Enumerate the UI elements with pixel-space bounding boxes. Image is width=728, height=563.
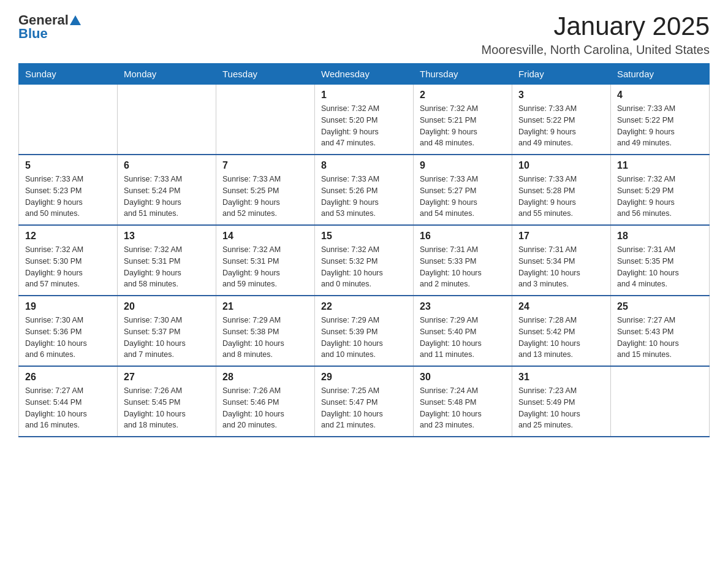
day-info: Sunrise: 7:33 AMSunset: 5:27 PMDaylight:… xyxy=(420,174,506,220)
day-number: 21 xyxy=(222,301,308,312)
day-number: 11 xyxy=(617,160,703,171)
calendar-header-cell: Sunday xyxy=(19,64,118,85)
day-number: 20 xyxy=(124,301,210,312)
calendar-day-cell xyxy=(611,366,710,437)
calendar-day-cell: 2Sunrise: 7:32 AMSunset: 5:21 PMDaylight… xyxy=(414,85,512,155)
day-number: 31 xyxy=(518,372,604,383)
calendar-day-cell: 31Sunrise: 7:23 AMSunset: 5:49 PMDayligh… xyxy=(512,366,611,437)
calendar-day-cell: 8Sunrise: 7:33 AMSunset: 5:26 PMDaylight… xyxy=(315,155,414,225)
day-info: Sunrise: 7:33 AMSunset: 5:25 PMDaylight:… xyxy=(222,174,308,220)
day-info: Sunrise: 7:26 AMSunset: 5:45 PMDaylight:… xyxy=(124,385,210,431)
day-info: Sunrise: 7:33 AMSunset: 5:22 PMDaylight:… xyxy=(518,103,604,149)
calendar-day-cell: 12Sunrise: 7:32 AMSunset: 5:30 PMDayligh… xyxy=(19,225,118,296)
calendar-day-cell xyxy=(118,85,216,155)
calendar-header-cell: Tuesday xyxy=(216,64,315,85)
calendar-header-row: SundayMondayTuesdayWednesdayThursdayFrid… xyxy=(19,64,710,85)
page-header: General Blue January 2025 Mooresville, N… xyxy=(18,12,710,57)
calendar-day-cell: 27Sunrise: 7:26 AMSunset: 5:45 PMDayligh… xyxy=(118,366,216,437)
calendar-day-cell: 1Sunrise: 7:32 AMSunset: 5:20 PMDaylight… xyxy=(315,85,414,155)
day-info: Sunrise: 7:23 AMSunset: 5:49 PMDaylight:… xyxy=(518,385,604,431)
calendar-day-cell: 29Sunrise: 7:25 AMSunset: 5:47 PMDayligh… xyxy=(315,366,414,437)
day-info: Sunrise: 7:29 AMSunset: 5:39 PMDaylight:… xyxy=(321,315,407,361)
calendar-day-cell: 18Sunrise: 7:31 AMSunset: 5:35 PMDayligh… xyxy=(611,225,710,296)
day-number: 16 xyxy=(420,231,506,242)
calendar-week-row: 5Sunrise: 7:33 AMSunset: 5:23 PMDaylight… xyxy=(19,155,710,225)
day-number: 22 xyxy=(321,301,407,312)
day-info: Sunrise: 7:32 AMSunset: 5:32 PMDaylight:… xyxy=(321,244,407,290)
calendar-day-cell: 7Sunrise: 7:33 AMSunset: 5:25 PMDaylight… xyxy=(216,155,315,225)
day-number: 26 xyxy=(25,372,111,383)
day-number: 18 xyxy=(617,231,703,242)
logo-text-blue: Blue xyxy=(18,26,48,42)
calendar-header-cell: Saturday xyxy=(611,64,710,85)
calendar-day-cell: 9Sunrise: 7:33 AMSunset: 5:27 PMDaylight… xyxy=(414,155,512,225)
day-number: 15 xyxy=(321,231,407,242)
calendar-day-cell: 14Sunrise: 7:32 AMSunset: 5:31 PMDayligh… xyxy=(216,225,315,296)
day-number: 8 xyxy=(321,160,407,171)
calendar-day-cell: 24Sunrise: 7:28 AMSunset: 5:42 PMDayligh… xyxy=(512,296,611,366)
day-info: Sunrise: 7:31 AMSunset: 5:35 PMDaylight:… xyxy=(617,244,703,290)
calendar-day-cell: 4Sunrise: 7:33 AMSunset: 5:22 PMDaylight… xyxy=(611,85,710,155)
calendar-header-cell: Wednesday xyxy=(315,64,414,85)
day-number: 27 xyxy=(124,372,210,383)
day-number: 7 xyxy=(222,160,308,171)
day-info: Sunrise: 7:27 AMSunset: 5:44 PMDaylight:… xyxy=(25,385,111,431)
day-info: Sunrise: 7:25 AMSunset: 5:47 PMDaylight:… xyxy=(321,385,407,431)
calendar-week-row: 26Sunrise: 7:27 AMSunset: 5:44 PMDayligh… xyxy=(19,366,710,437)
day-info: Sunrise: 7:33 AMSunset: 5:28 PMDaylight:… xyxy=(518,174,604,220)
day-info: Sunrise: 7:33 AMSunset: 5:23 PMDaylight:… xyxy=(25,174,111,220)
day-info: Sunrise: 7:32 AMSunset: 5:29 PMDaylight:… xyxy=(617,174,703,220)
day-number: 24 xyxy=(518,301,604,312)
calendar-day-cell xyxy=(216,85,315,155)
day-number: 9 xyxy=(420,160,506,171)
calendar-day-cell: 22Sunrise: 7:29 AMSunset: 5:39 PMDayligh… xyxy=(315,296,414,366)
month-title: January 2025 xyxy=(482,12,710,40)
day-number: 12 xyxy=(25,231,111,242)
calendar-day-cell: 19Sunrise: 7:30 AMSunset: 5:36 PMDayligh… xyxy=(19,296,118,366)
calendar-day-cell: 25Sunrise: 7:27 AMSunset: 5:43 PMDayligh… xyxy=(611,296,710,366)
day-info: Sunrise: 7:26 AMSunset: 5:46 PMDaylight:… xyxy=(222,385,308,431)
location-title: Mooresville, North Carolina, United Stat… xyxy=(482,43,710,57)
day-info: Sunrise: 7:32 AMSunset: 5:30 PMDaylight:… xyxy=(25,244,111,290)
logo: General Blue xyxy=(18,12,81,42)
calendar-day-cell: 13Sunrise: 7:32 AMSunset: 5:31 PMDayligh… xyxy=(118,225,216,296)
day-number: 25 xyxy=(617,301,703,312)
day-info: Sunrise: 7:30 AMSunset: 5:36 PMDaylight:… xyxy=(25,315,111,361)
calendar-day-cell: 5Sunrise: 7:33 AMSunset: 5:23 PMDaylight… xyxy=(19,155,118,225)
calendar-day-cell: 21Sunrise: 7:29 AMSunset: 5:38 PMDayligh… xyxy=(216,296,315,366)
day-info: Sunrise: 7:32 AMSunset: 5:21 PMDaylight:… xyxy=(420,103,506,149)
day-number: 10 xyxy=(518,160,604,171)
day-number: 29 xyxy=(321,372,407,383)
day-info: Sunrise: 7:27 AMSunset: 5:43 PMDaylight:… xyxy=(617,315,703,361)
day-number: 4 xyxy=(617,90,703,101)
calendar-day-cell: 16Sunrise: 7:31 AMSunset: 5:33 PMDayligh… xyxy=(414,225,512,296)
day-number: 14 xyxy=(222,231,308,242)
day-info: Sunrise: 7:33 AMSunset: 5:26 PMDaylight:… xyxy=(321,174,407,220)
day-info: Sunrise: 7:32 AMSunset: 5:31 PMDaylight:… xyxy=(222,244,308,290)
calendar-table: SundayMondayTuesdayWednesdayThursdayFrid… xyxy=(18,63,710,437)
day-info: Sunrise: 7:30 AMSunset: 5:37 PMDaylight:… xyxy=(124,315,210,361)
calendar-day-cell: 15Sunrise: 7:32 AMSunset: 5:32 PMDayligh… xyxy=(315,225,414,296)
calendar-day-cell: 26Sunrise: 7:27 AMSunset: 5:44 PMDayligh… xyxy=(19,366,118,437)
day-info: Sunrise: 7:32 AMSunset: 5:31 PMDaylight:… xyxy=(124,244,210,290)
calendar-day-cell: 20Sunrise: 7:30 AMSunset: 5:37 PMDayligh… xyxy=(118,296,216,366)
day-info: Sunrise: 7:31 AMSunset: 5:33 PMDaylight:… xyxy=(420,244,506,290)
calendar-day-cell: 30Sunrise: 7:24 AMSunset: 5:48 PMDayligh… xyxy=(414,366,512,437)
calendar-day-cell: 6Sunrise: 7:33 AMSunset: 5:24 PMDaylight… xyxy=(118,155,216,225)
day-number: 17 xyxy=(518,231,604,242)
calendar-header-cell: Monday xyxy=(118,64,216,85)
day-number: 23 xyxy=(420,301,506,312)
calendar-day-cell xyxy=(19,85,118,155)
day-info: Sunrise: 7:24 AMSunset: 5:48 PMDaylight:… xyxy=(420,385,506,431)
day-number: 28 xyxy=(222,372,308,383)
day-number: 30 xyxy=(420,372,506,383)
day-info: Sunrise: 7:31 AMSunset: 5:34 PMDaylight:… xyxy=(518,244,604,290)
calendar-day-cell: 23Sunrise: 7:29 AMSunset: 5:40 PMDayligh… xyxy=(414,296,512,366)
calendar-week-row: 1Sunrise: 7:32 AMSunset: 5:20 PMDaylight… xyxy=(19,85,710,155)
calendar-day-cell: 28Sunrise: 7:26 AMSunset: 5:46 PMDayligh… xyxy=(216,366,315,437)
day-info: Sunrise: 7:33 AMSunset: 5:22 PMDaylight:… xyxy=(617,103,703,149)
calendar-header-cell: Friday xyxy=(512,64,611,85)
day-info: Sunrise: 7:33 AMSunset: 5:24 PMDaylight:… xyxy=(124,174,210,220)
calendar-day-cell: 10Sunrise: 7:33 AMSunset: 5:28 PMDayligh… xyxy=(512,155,611,225)
calendar-day-cell: 17Sunrise: 7:31 AMSunset: 5:34 PMDayligh… xyxy=(512,225,611,296)
